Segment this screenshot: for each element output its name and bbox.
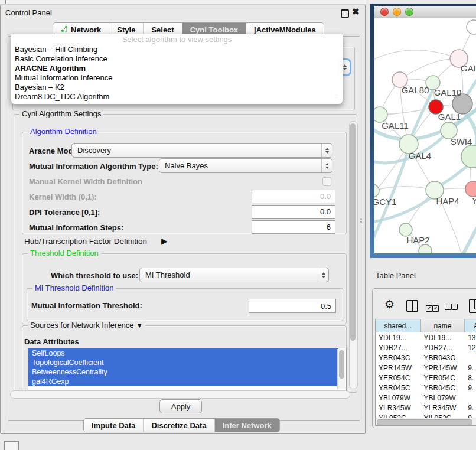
control-panel-titlebar: Control Panel ✖ xyxy=(1,5,365,19)
kernel-width-value: 0.0 xyxy=(320,192,331,201)
node-table: shared...nameA YDL19...YDL19...13YDR27..… xyxy=(375,319,476,426)
network-node[interactable] xyxy=(374,184,379,197)
network-node[interactable] xyxy=(467,20,476,34)
control-panel-title: Control Panel xyxy=(5,8,52,17)
top-strip xyxy=(0,0,366,5)
expanded-arrow-icon[interactable]: ▼ xyxy=(136,321,143,330)
deselect-all-columns-icon[interactable] xyxy=(445,302,458,312)
algorithm-option[interactable]: Mutual Information Inference xyxy=(11,73,343,83)
table-cell: YLR345W xyxy=(376,403,421,413)
network-node[interactable] xyxy=(461,145,476,168)
table-cell xyxy=(465,353,476,363)
algorithm-option[interactable]: ARACNE Algorithm xyxy=(11,64,343,73)
aracne-mode-combo[interactable]: Discovery xyxy=(71,143,332,158)
column-layout-icon[interactable] xyxy=(406,300,418,312)
close-icon[interactable]: ✖ xyxy=(352,6,360,17)
table-cell: YBR043C xyxy=(376,353,421,363)
select-all-columns-icon[interactable]: ✓✓ xyxy=(426,302,439,312)
mi-type-label: Mutual Information Algorithm Type: xyxy=(29,162,158,171)
table-cell: YER054C xyxy=(376,373,421,383)
scrollbar-thumb[interactable] xyxy=(350,123,356,341)
partial-toolbar-icon[interactable] xyxy=(469,299,476,313)
table-row[interactable]: YPR145WYPR145W9. xyxy=(376,363,476,373)
attribute-option[interactable]: SelfLoops xyxy=(28,348,338,358)
dpi-tolerance-field[interactable]: 0.0 xyxy=(252,205,335,219)
data-attributes-list: SelfLoopsTopologicalCoefficientBetweenne… xyxy=(28,348,347,391)
algorithm-option[interactable]: Bayesian – K2 xyxy=(11,83,343,92)
table-header-row: shared...nameA xyxy=(376,319,476,332)
apply-button[interactable]: Apply xyxy=(159,399,202,413)
manual-kernel-checkbox[interactable] xyxy=(322,177,331,186)
network-icon xyxy=(61,25,68,34)
table-row[interactable]: YBL079WYBL079W xyxy=(376,393,476,403)
table-cell: YBR043C xyxy=(421,353,465,363)
tab-infer-network[interactable]: Infer Network xyxy=(215,419,279,432)
network-edge xyxy=(410,90,433,140)
network-edge xyxy=(380,107,436,115)
scrollbar-thumb[interactable] xyxy=(339,350,344,379)
which-threshold-combo[interactable]: MI Threshold xyxy=(139,268,329,282)
table-row[interactable]: YDR27...YDR27...12 xyxy=(376,343,476,353)
algorithm-options-list: Bayesian – Hill ClimbingBasic Correlatio… xyxy=(11,45,343,102)
apply-label: Apply xyxy=(171,402,191,411)
tab-impute-data[interactable]: Impute Data xyxy=(84,419,144,432)
combo-stepper-icon[interactable] xyxy=(321,144,332,157)
network-node-label: GAL11 xyxy=(382,120,409,131)
settings-vertical-scrollbar[interactable] xyxy=(349,121,358,389)
network-node[interactable] xyxy=(419,244,432,253)
table-cell: YDL19... xyxy=(376,332,421,343)
attribute-option[interactable]: BetweennessCentrality xyxy=(28,367,338,377)
top-tick xyxy=(5,0,6,4)
network-node-label: Y xyxy=(472,195,476,206)
combo-stepper-icon[interactable] xyxy=(321,159,332,172)
combo-stepper-icon[interactable] xyxy=(318,268,328,282)
column-header[interactable]: name xyxy=(421,319,465,332)
attribute-option[interactable]: TopologicalCoefficient xyxy=(28,358,338,367)
mi-steps-field[interactable]: 6 xyxy=(252,220,335,234)
panel-splitter-grip[interactable] xyxy=(360,218,363,223)
table-row[interactable]: YLR345WYLR345W9. xyxy=(376,403,476,413)
mi-threshold-label: Mutual Information Threshold: xyxy=(31,301,142,310)
cyni-bottom-tabs: Impute Data Discretize Data Infer Networ… xyxy=(83,418,280,432)
table-row[interactable]: YDL19...YDL19...13 xyxy=(376,332,476,343)
table-cell: YPR145W xyxy=(376,363,421,373)
table-settings-gear-icon[interactable]: ⚙ xyxy=(384,299,395,311)
mi-threshold-field[interactable]: 0.5 xyxy=(249,299,336,313)
minimize-traffic-light-icon[interactable] xyxy=(393,8,401,16)
algorithm-option[interactable]: Basic Correlation Inference xyxy=(11,54,343,64)
mi-steps-label: Mutual Information Steps: xyxy=(29,223,123,232)
table-cell: 9. xyxy=(465,363,476,373)
network-node-label: GCY1 xyxy=(374,197,396,207)
tab-label: Impute Data xyxy=(92,421,135,430)
table-cell: YER054C xyxy=(421,373,465,383)
table-row[interactable]: YER054CYER054C8. xyxy=(376,373,476,383)
hub-definition-label[interactable]: Hub/Transcription Factor Definition xyxy=(24,237,147,246)
float-window-icon[interactable] xyxy=(341,9,349,18)
scrollbar-thumb[interactable] xyxy=(377,419,472,425)
list-vertical-scrollbar[interactable] xyxy=(337,349,345,389)
column-header[interactable]: A xyxy=(465,319,476,332)
table-cell: YDL19... xyxy=(421,332,465,343)
network-node[interactable] xyxy=(399,223,412,236)
mi-threshold-group-title: MI Threshold Definition xyxy=(32,283,116,292)
bottom-left-partial-icon[interactable] xyxy=(4,441,19,450)
settings-horizontal-scrollbar[interactable] xyxy=(10,390,350,399)
table-row[interactable]: YBR043CYBR043C xyxy=(376,353,476,363)
algorithm-option[interactable]: Dream8 DC_TDC Algorithm xyxy=(11,92,343,102)
cyni-settings-title: Cyni Algorithm Settings xyxy=(19,109,103,118)
collapsed-arrow-icon[interactable]: ▶ xyxy=(161,236,168,246)
zoom-traffic-light-icon[interactable] xyxy=(405,8,413,16)
network-canvas[interactable]: GALGAL80GAL10GAL1GAL11SWI4GAL4GCY1HAP4YH… xyxy=(374,18,476,253)
network-edge xyxy=(439,165,469,186)
mi-type-combo[interactable]: Naive Bayes xyxy=(159,158,332,173)
network-node[interactable] xyxy=(465,181,476,197)
kernel-width-field[interactable]: 0.0 xyxy=(252,190,335,203)
attribute-option[interactable]: gal4RGexp xyxy=(28,377,338,386)
close-traffic-light-icon[interactable] xyxy=(380,8,389,16)
algorithm-option[interactable]: Bayesian – Hill Climbing xyxy=(11,45,343,54)
column-header[interactable]: shared... xyxy=(376,319,421,332)
table-row[interactable]: YBR045CYBR045C9. xyxy=(376,383,476,393)
tab-discretize-data[interactable]: Discretize Data xyxy=(144,419,214,432)
table-horizontal-scrollbar[interactable] xyxy=(376,418,476,425)
dpi-tolerance-value: 0.0 xyxy=(320,207,331,216)
